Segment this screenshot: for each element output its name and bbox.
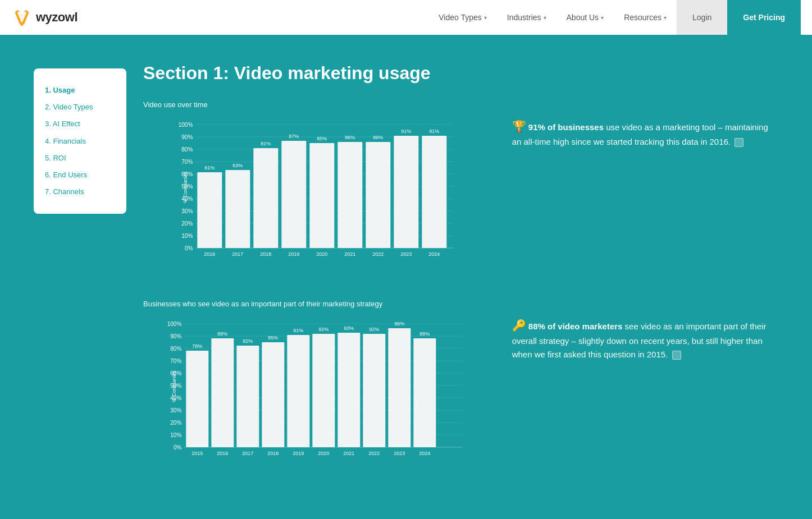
nav-item-about-us[interactable]: About Us ▾ [556,0,614,35]
svg-rect-94 [363,334,385,447]
nav-item-resources[interactable]: Resources ▾ [614,0,677,35]
chart-row-1: Video use over time 100% 90% 80% 70% 60% [143,100,778,272]
navbar: wyzowl Video Types ▾ Industries ▾ About … [0,0,812,35]
svg-text:87%: 87% [289,134,299,139]
svg-text:88%: 88% [419,331,430,337]
svg-rect-29 [253,148,278,248]
svg-rect-47 [422,136,446,248]
svg-text:2022: 2022 [368,451,380,456]
svg-text:92%: 92% [318,327,329,332]
svg-text:2021: 2021 [344,251,355,257]
svg-text:30%: 30% [181,208,193,214]
chevron-down-icon: ▾ [601,15,604,21]
svg-text:91%: 91% [429,128,439,134]
svg-rect-73 [186,351,208,447]
get-pricing-button[interactable]: Get Pricing [727,0,801,35]
chart-block-2: Businesses who see video as an important… [143,300,490,471]
stat-block-1: 🏆 91% of businesses use video as a marke… [512,100,778,149]
svg-text:85%: 85% [268,335,278,341]
svg-text:2020: 2020 [318,451,329,456]
logo-text: wyzowl [36,10,77,25]
stat2-emoji: 🔑 [512,319,526,332]
svg-text:2023: 2023 [400,251,412,257]
stat-block-2: 🔑 88% of video marketers see video as an… [512,300,778,361]
svg-rect-79 [236,346,259,447]
svg-text:61%: 61% [204,165,215,171]
svg-rect-32 [281,141,306,248]
svg-text:2018: 2018 [267,451,279,456]
svg-text:2019: 2019 [288,251,299,257]
svg-text:30%: 30% [170,407,181,414]
sidebar-item-end-users[interactable]: 6. End Users [45,167,115,183]
chart-row-2: Businesses who see video as an important… [143,300,778,471]
svg-rect-85 [287,335,309,447]
svg-text:2020: 2020 [316,251,327,257]
svg-text:93%: 93% [344,325,354,331]
svg-rect-38 [337,142,362,248]
svg-text:96%: 96% [394,321,404,327]
stat1-text: 🏆 91% of businesses use video as a marke… [512,117,778,149]
sidebar-item-financials[interactable]: 4. Financials [45,133,115,150]
nav-item-video-types[interactable]: Video Types ▾ [428,0,497,35]
sidebar-item-ai-effect[interactable]: 3. AI Effect [45,116,115,132]
logo[interactable]: wyzowl [11,8,77,26]
svg-text:70%: 70% [181,159,193,165]
svg-text:80%: 80% [170,346,181,352]
logo-icon [11,8,33,26]
svg-text:0%: 0% [174,444,182,451]
sidebar-item-roi[interactable]: 5. ROI [45,150,115,167]
svg-text:2022: 2022 [372,251,384,257]
svg-rect-97 [388,328,410,447]
svg-text:% Companies: % Companies [171,370,177,402]
chart2-svg: 100% 90% 80% 70% 60% 50% 40% [143,314,490,471]
chart2-title: Businesses who see video as an important… [143,300,490,308]
main-content: 1. Usage 2. Video Types 3. AI Effect 4. … [0,35,812,493]
svg-rect-82 [262,342,284,447]
sidebar-item-usage[interactable]: 1. Usage [45,82,115,99]
sidebar-item-video-types[interactable]: 2. Video Types [45,99,115,116]
svg-text:2016: 2016 [217,451,228,456]
stat1-bold: 91% of businesses [528,122,604,132]
svg-text:2017: 2017 [242,451,253,456]
nav-item-industries[interactable]: Industries ▾ [497,0,556,35]
clipboard-icon [735,138,743,147]
svg-text:70%: 70% [170,358,181,364]
svg-text:2019: 2019 [293,451,304,456]
clipboard-icon-2 [672,351,681,360]
sidebar-item-channels[interactable]: 7. Channels [45,183,115,200]
svg-text:63%: 63% [232,163,243,168]
svg-text:86%: 86% [345,135,355,140]
svg-text:0%: 0% [185,245,193,251]
svg-text:85%: 85% [317,136,327,141]
sidebar: 1. Usage 2. Video Types 3. AI Effect 4. … [34,68,126,214]
svg-rect-23 [197,172,222,248]
login-button[interactable]: Login [677,0,727,35]
chart1-title: Video use over time [143,100,490,109]
svg-text:2023: 2023 [394,451,405,456]
chevron-down-icon: ▾ [664,15,667,21]
svg-text:78%: 78% [192,343,202,349]
svg-text:82%: 82% [243,338,253,344]
svg-text:92%: 92% [369,327,379,332]
svg-rect-35 [309,143,334,248]
section-title: Section 1: Video marketing usage [143,63,778,84]
chart1-svg: 100% 90% 80% 70% 60% 50% 40% [143,114,490,272]
right-section: Section 1: Video marketing usage Video u… [126,63,778,471]
svg-text:% Companies: % Companies [183,171,188,203]
chart1-svg-wrap: 100% 90% 80% 70% 60% 50% 40% [143,114,490,272]
svg-rect-100 [413,338,436,447]
stat1-emoji: 🏆 [512,120,526,132]
chevron-down-icon: ▾ [544,15,546,21]
nav-links: Video Types ▾ Industries ▾ About Us ▾ Re… [428,0,801,35]
svg-text:20%: 20% [170,420,181,426]
chevron-down-icon: ▾ [484,15,487,21]
svg-text:2018: 2018 [260,251,271,257]
svg-rect-91 [337,333,360,447]
stat2-text: 🔑 88% of video marketers see video as an… [512,316,778,361]
svg-rect-76 [211,338,234,447]
svg-text:2017: 2017 [232,251,243,257]
svg-text:2024: 2024 [419,451,430,456]
svg-text:91%: 91% [401,128,411,134]
svg-text:100%: 100% [167,321,182,327]
svg-text:91%: 91% [293,328,303,333]
